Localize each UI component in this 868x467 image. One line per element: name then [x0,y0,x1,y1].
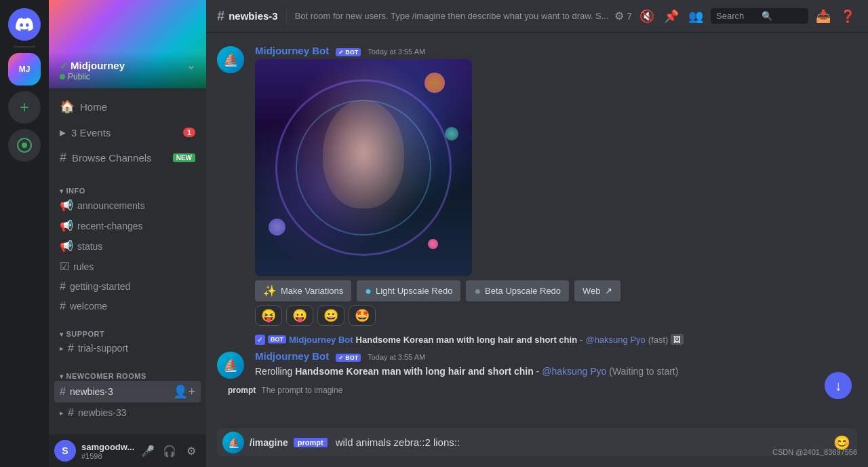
members-button[interactable]: 👥 [686,7,705,26]
server-bar: MJ + [0,0,49,467]
section-newcomer-header[interactable]: ▾ NEWCOMER ROOMS [54,372,201,380]
planet-1 [425,73,445,93]
channel-announcements[interactable]: 📢 announcements [54,195,201,215]
midjourney-server-icon[interactable]: MJ [8,53,41,86]
newbies-3-icon: # [60,386,66,398]
prompt-area: prompt The prompt to imagine [217,383,857,403]
light-upscale-icon: ● [365,285,372,297]
topbar-channel-name: newbies-3 [229,10,278,22]
mute-topbar-button[interactable]: 🔇 [637,7,656,26]
add-server-button[interactable]: + [8,91,41,124]
home-icon: 🏠 [60,99,75,114]
channel-newbies-33[interactable]: ▸ # newbies-33 [54,403,201,422]
scroll-to-bottom-button[interactable]: ↓ [825,372,852,399]
main-content: # newbies-3 Bot room for new users. Type… [206,0,868,467]
channel-trial-support[interactable]: ▸ # trial-support [54,339,201,358]
web-button[interactable]: Web ↗ [574,280,620,301]
topbar: # newbies-3 Bot room for new users. Type… [206,0,868,33]
svg-point-1 [22,143,27,148]
reaction-3[interactable]: 😀 [317,305,344,326]
reaction-2[interactable]: 😛 [286,305,313,326]
bot-label: BOT [345,49,358,56]
user-avatar: S [54,440,76,462]
light-upscale-redo-button[interactable]: ● Light Upscale Redo [357,280,460,301]
chat-area: ⛵ Midjourney Bot ✓ BOT Today at 3:55 AM [206,33,868,428]
message-input-wrapper: ⛵ /imagine prompt 😊 [217,428,857,456]
section-support: ▾ SUPPORT ▸ # trial-support [49,319,206,361]
reaction-1[interactable]: 😝 [255,305,282,326]
check-icon: ✓ [338,49,344,56]
deafen-button[interactable]: 🎧 [160,441,179,460]
beta-upscale-icon: ● [474,285,481,297]
topbar-description: Bot room for new users. Type /imagine th… [295,11,609,21]
search-icon: 🔍 [762,11,803,21]
waiting-status: (Waiting to start) [609,366,678,377]
user-area: S samgoodw... #1598 🎤 🎧 ⚙ [49,434,206,467]
inline-bot-name: Midjourney Bot [289,335,353,345]
section-arrow: ▾ [60,187,64,195]
browse-new-badge: NEW [173,153,195,162]
planet-2 [445,127,458,141]
user-tag: #1598 [81,452,133,460]
status-icon: 📢 [60,240,73,253]
inbox-button[interactable]: 📥 [814,7,833,26]
channel-recent-changes[interactable]: 📢 recent-changes [54,216,201,236]
search-box[interactable]: Search 🔍 [711,8,808,24]
topbar-divider [286,8,287,24]
trial-support-icon: # [68,342,74,354]
ai-image-inner [255,59,472,276]
message-2: ⛵ Midjourney Bot ✓ BOT Today at 3:55 AM … [217,349,857,380]
section-support-arrow: ▾ [60,331,64,338]
sidebar-item-home[interactable]: 🏠 Home [54,94,201,119]
discover-button[interactable] [8,129,41,162]
watermark: CSDN @2401_83697556 [772,448,857,456]
section-support-header[interactable]: ▾ SUPPORT [54,330,201,338]
face-element [323,100,404,208]
settings-button[interactable]: ⚙ [182,441,201,460]
channel-rules[interactable]: ☑ rules [54,257,201,276]
sidebar-item-browse[interactable]: # Browse Channels NEW [54,145,201,170]
pin-button[interactable]: 📌 [662,7,681,26]
bot-tag-1: ✓ BOT [336,48,361,56]
input-avatar: ⛵ [222,432,244,453]
topbar-actions: ⚙ 7 🔇 📌 👥 Search 🔍 📥 ❓ [614,7,857,26]
mute-button[interactable]: 🎤 [138,441,157,460]
status-dot [60,74,65,79]
sidebar-server-name: ✓ Midjourney ⌄ [60,59,195,72]
user-controls: 🎤 🎧 ⚙ [138,441,201,460]
inline-mention: @haksung Pyo [585,335,645,345]
channel-newbies-3[interactable]: # newbies-3 👤+ [54,381,201,403]
message-input[interactable] [333,428,826,456]
search-placeholder: Search [716,11,757,21]
make-variations-button[interactable]: ✨ Make Variations [255,280,351,301]
reaction-4[interactable]: 🤩 [349,305,376,326]
prompt-label: prompt [228,386,256,395]
discord-home-icon[interactable] [8,8,41,41]
events-badge: 1 [183,128,195,137]
bot-tag-2: ✓ BOT [336,354,361,362]
image-attach-btn[interactable]: 🖼 [671,334,684,345]
members-icon: ⚙ [614,10,624,22]
beta-upscale-redo-button[interactable]: ● Beta Upscale Redo [466,280,569,301]
server-dropdown-icon[interactable]: ⌄ [186,59,195,72]
planet-3 [269,219,285,236]
add-member-icon[interactable]: 👤+ [173,384,195,399]
message-text-2: Rerolling Handsome Korean man with long … [255,365,857,379]
server-separator [14,46,35,48]
inline-dash: - [580,335,583,345]
sidebar-server-header: ✓ Midjourney ⌄ Public [49,0,206,88]
section-info-header[interactable]: ▾ INFO [54,187,201,195]
message-header-2: Midjourney Bot ✓ BOT Today at 3:55 AM [255,350,857,362]
ai-generated-image[interactable] [255,59,472,276]
check-icon-2: ✓ [255,335,265,345]
channel-status[interactable]: 📢 status [54,236,201,256]
sidebar-server-status: Public [60,72,195,81]
mention-bot: @haksung Pyo [542,366,606,377]
help-button[interactable]: ❓ [838,7,857,26]
channel-getting-started[interactable]: # getting-started [54,277,201,296]
check-icon-3: ✓ [338,354,344,361]
inline-speed: (fast) [648,335,669,345]
section-newcomer-rooms: ▾ NEWCOMER ROOMS # newbies-3 👤+ ▸ # newb… [49,361,206,426]
sidebar-item-events[interactable]: ▸ 3 Events 1 [54,119,201,145]
channel-welcome[interactable]: # welcome [54,297,201,316]
